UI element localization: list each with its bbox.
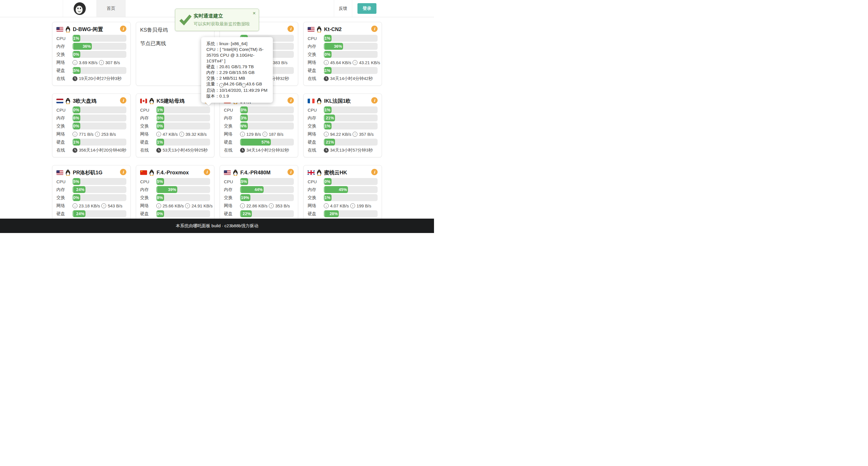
stat-row: 交换1%: [308, 123, 378, 129]
tab-home-label: 首页: [107, 6, 115, 11]
info-icon[interactable]: i: [287, 97, 294, 104]
net-up-icon: ↑: [101, 203, 106, 208]
progress-fill: 10%: [156, 210, 164, 217]
progress-fill: 5%: [156, 178, 164, 185]
info-icon[interactable]: i: [287, 169, 294, 175]
progress-value: 11%: [324, 67, 331, 74]
uptime: 34天13小时57分钟3秒: [324, 147, 373, 153]
close-icon[interactable]: ✕: [252, 11, 256, 15]
stat-label: 内存: [308, 44, 324, 49]
progress-track: 5%: [156, 178, 210, 185]
progress-fill: 28%: [324, 210, 339, 217]
stat-label: 交换: [56, 195, 72, 200]
footer-panel-link[interactable]: 哪吒面板 build · c23b88b: [193, 223, 241, 229]
progress-fill: 0%: [156, 123, 164, 129]
offline-message: 节点已离线: [140, 40, 210, 47]
net-down-value: 4.07 KB/s: [330, 203, 349, 208]
stat-row: 交换1%: [308, 194, 378, 201]
stat-row: 硬盘22%: [224, 210, 294, 217]
stat-row: CPU0%: [56, 106, 126, 113]
progress-value: 28%: [330, 210, 338, 217]
progress-track: 8%: [156, 194, 210, 201]
traffic-up-value: 43.6 GB: [246, 81, 262, 86]
server-card-header: 3欧大盘鸡 i: [56, 97, 126, 105]
net-down-icon: ↓: [72, 203, 78, 208]
clock-icon-wrap: [240, 148, 245, 153]
server-card: IKL法国1欧 i CPU1%内存21%交换1%网络↓94.22 KB/s↑35…: [303, 94, 382, 157]
progress-value: 39%: [168, 186, 176, 193]
stat-label: 在线: [224, 147, 240, 153]
progress-track: 11%: [324, 67, 378, 74]
info-icon[interactable]: i: [120, 169, 126, 175]
net-up-icon: ↑: [179, 132, 184, 137]
uptime-value: 19天20小时27分钟3秒: [79, 76, 121, 81]
login-button[interactable]: 登录: [358, 3, 376, 14]
server-stats: CPU5%内存24%交换0%网络↓23.18 KB/s↑543 B/s硬盘24%…: [56, 178, 126, 225]
tab-home[interactable]: 首页: [97, 0, 125, 17]
stat-row: 硬盘1%: [140, 139, 210, 145]
toast-content: 实时通道建立 可以实时获取最新监控数据啦: [194, 12, 250, 27]
country-flag-icon: [56, 99, 63, 103]
server-name: Kt-CN2: [324, 27, 342, 33]
info-icon[interactable]: i: [287, 26, 294, 32]
server-name: 3欧大盘鸡: [73, 98, 96, 104]
progress-track: 44%: [240, 186, 294, 193]
tooltip-row: 启动：10/14/2020, 11:49:29 PM: [206, 88, 268, 93]
progress-track: 0%: [72, 51, 126, 58]
stat-label: CPU: [308, 179, 324, 184]
linux-tux-icon: [316, 26, 322, 33]
server-name: KS建站母鸡: [157, 98, 184, 104]
stat-label: CPU: [308, 36, 324, 41]
info-icon[interactable]: i: [371, 97, 378, 104]
info-icon[interactable]: i: [371, 26, 378, 32]
server-name: F.4.-Proxmox: [157, 170, 189, 176]
progress-value: 36%: [83, 43, 91, 50]
progress-value: 10%: [156, 210, 163, 217]
net-down-icon: ↓: [240, 203, 245, 208]
info-icon[interactable]: i: [371, 169, 378, 175]
progress-value: 0%: [324, 178, 331, 185]
stat-label: 内存: [224, 115, 240, 121]
feedback-link[interactable]: 反馈: [334, 0, 352, 17]
progress-fill: 44%: [240, 186, 264, 193]
net-down-value: 45.64 KB/s: [330, 60, 351, 65]
progress-fill: 1%: [324, 123, 332, 129]
info-icon[interactable]: i: [120, 97, 126, 104]
tooltip-row: 流量：↓84.26 GB↑43.6 GB: [206, 81, 268, 88]
progress-value: 1%: [73, 139, 79, 145]
stat-label: 硬盘: [56, 68, 72, 73]
network-speeds: ↓771 B/s↑253 B/s: [72, 132, 116, 137]
stat-row: 网络↓22.86 KB/s↑353 B/s: [224, 202, 294, 209]
net-up-value: 24.91 KB/s: [191, 203, 212, 208]
net-up-value: 357 B/s: [359, 132, 374, 137]
stat-label: CPU: [56, 179, 72, 184]
network-speeds: ↓4.07 KB/s↑199 B/s: [324, 203, 371, 208]
progress-value: 3%: [241, 114, 247, 122]
clock-icon: [324, 76, 329, 81]
stat-label: 硬盘: [140, 139, 156, 145]
net-up-icon: ↑: [352, 60, 358, 65]
progress-value: 1%: [324, 194, 331, 201]
stat-label: 硬盘: [56, 211, 72, 217]
stat-label: 硬盘: [224, 211, 240, 217]
tooltip-value: 20.81 GB/1.79 TB: [219, 64, 254, 69]
net-down-value: 25.66 KB/s: [163, 203, 184, 208]
progress-track: 22%: [240, 210, 294, 217]
progress-track: 0%: [324, 51, 378, 58]
network-speeds: ↓22.86 KB/s↑353 B/s: [240, 203, 290, 208]
progress-track: 0%: [72, 123, 126, 129]
progress-value: 0%: [73, 194, 79, 201]
info-icon[interactable]: i: [120, 26, 126, 32]
progress-track: 57%: [240, 139, 294, 145]
uptime: 34天14小时4分钟42秒: [324, 76, 373, 81]
stat-row: 硬盘21%: [308, 139, 378, 145]
stat-row: CPU1%: [308, 35, 378, 42]
progress-track: 1%: [156, 106, 210, 113]
stat-label: 交换: [308, 124, 324, 129]
server-card: Kt-CN2 i CPU1%内存36%交换0%网络↓45.64 KB/s↑43.…: [303, 22, 382, 86]
progress-fill: 57%: [240, 139, 271, 145]
info-icon[interactable]: i: [204, 169, 210, 175]
progress-fill: 0%: [72, 123, 80, 129]
site-logo[interactable]: [63, 0, 97, 17]
server-card: 腾讯HK i CPU0%内存3%交换N%网络↓129 B/s↑187 B/s硬盘…: [220, 94, 298, 157]
